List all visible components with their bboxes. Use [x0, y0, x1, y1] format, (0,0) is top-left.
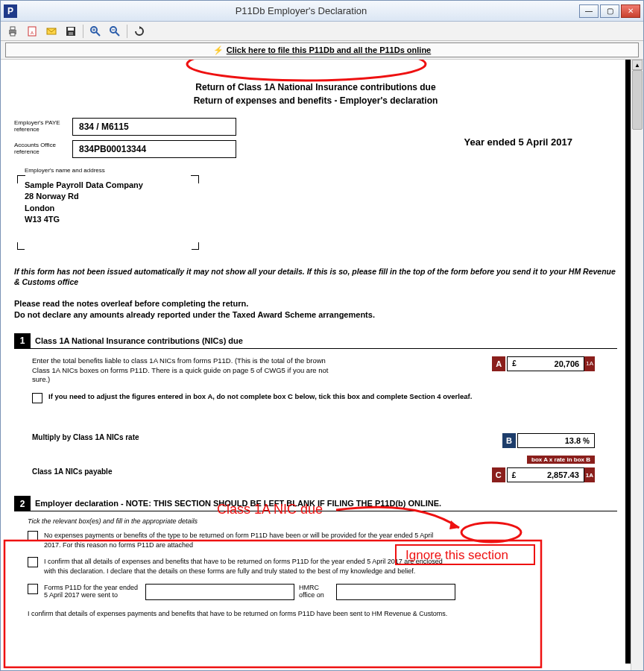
toolbar: A — [1, 22, 643, 41]
employer-label: Employer's name and address — [25, 167, 617, 174]
section-1-title: Class 1A National Insurance contribution… — [31, 333, 617, 349]
adjust-text: If you need to adjust the figures entere… — [48, 392, 472, 403]
restore-button[interactable]: ▢ — [600, 4, 619, 18]
s1-payable-text: Class 1A NICs payable — [32, 467, 112, 476]
header-line1: Return of Class 1A National Insurance co… — [14, 81, 617, 94]
employer-name: Sample Payroll Data Company — [25, 180, 192, 191]
window: P P11Db Employer's Declaration — ▢ ✕ A ⚡… — [0, 0, 644, 671]
scroll-up-arrow[interactable]: ▲ — [632, 60, 643, 70]
svg-line-14 — [116, 32, 119, 36]
dec3-label-b: HMRC office on — [299, 584, 332, 600]
employer-postcode: W13 4TG — [25, 214, 192, 225]
s1-multiply-text: Multiply by Class 1A NICs rate — [32, 433, 139, 441]
dec3-checkbox[interactable] — [28, 584, 38, 594]
svg-text:A: A — [31, 31, 34, 35]
app-icon: P — [4, 4, 17, 18]
doc-header: Return of Class 1A National Insurance co… — [14, 81, 617, 107]
section-2-head: 2 Employer declaration - NOTE: THIS SECT… — [14, 496, 617, 511]
svg-rect-7 — [68, 28, 74, 31]
page-area: Return of Class 1A National Insurance co… — [1, 60, 631, 670]
close-button[interactable]: ✕ — [621, 4, 640, 18]
adjust-checkbox[interactable] — [32, 393, 42, 403]
ao-ref-label: Accounts Office reference — [14, 142, 72, 156]
file-online-button[interactable]: ⚡ Click here to file this P11Db and all … — [5, 42, 639, 57]
year-end: Year ended 5 April 2017 — [464, 136, 572, 148]
box-c-label: C — [492, 467, 505, 482]
read-notes: Please read the notes overleaf before co… — [14, 298, 617, 321]
box-c-field: £2,857.43 — [507, 467, 584, 482]
dec1-checkbox[interactable] — [28, 531, 38, 541]
file-bar-row: ⚡ Click here to file this P11Db and all … — [1, 41, 643, 59]
dec2-checkbox[interactable] — [28, 557, 38, 567]
file-online-label: Click here to file this P11Db and all th… — [227, 45, 431, 54]
box-a-field: £20,706 — [507, 356, 584, 371]
dec1-text: No expenses payments or benefits of the … — [44, 531, 446, 549]
file-bar-highlight — [187, 60, 426, 81]
vertical-scrollbar[interactable]: ▲ — [631, 60, 643, 670]
employer-addr1: 28 Norway Rd — [25, 191, 192, 202]
section-1-body: Enter the total benefits liable to class… — [14, 349, 617, 488]
refresh-icon[interactable] — [132, 24, 147, 39]
svg-line-10 — [96, 32, 100, 36]
auto-issue-note: If this form has not been issued automat… — [14, 266, 617, 288]
section-2-title: Employer declaration - NOTE: THIS SECTIO… — [31, 496, 617, 511]
paye-ref-value: 834 / M6115 — [72, 118, 236, 136]
box-a-label: A — [492, 356, 505, 371]
ao-ref-value: 834PB00013344 — [72, 140, 236, 158]
dec3-sent-to-input[interactable] — [145, 584, 294, 600]
dec3-label-a: Forms P11D for the year ended 5 April 20… — [44, 584, 141, 600]
scroll-thumb[interactable] — [632, 70, 643, 130]
section-2-body: Tick the relevant box(es) and fill in th… — [14, 511, 617, 624]
s2-confirm-text: I confirm that details of expenses payme… — [28, 609, 611, 618]
s1-enter-text: Enter the total benefits liable to class… — [32, 356, 345, 385]
dec3-office-on-input[interactable] — [336, 584, 455, 600]
window-title: P11Db Employer's Declaration — [23, 5, 579, 16]
box-c: C £2,857.43 1A — [492, 467, 595, 482]
titlebar: P P11Db Employer's Declaration — ▢ ✕ — [1, 1, 643, 22]
mail-icon[interactable] — [44, 24, 59, 39]
save-icon[interactable] — [63, 24, 78, 39]
print-icon[interactable] — [5, 24, 20, 39]
box-b-field: 13.8% — [517, 433, 595, 448]
svg-rect-1 — [10, 27, 15, 30]
section-2-number: 2 — [14, 496, 31, 511]
document: Return of Class 1A National Insurance co… — [14, 81, 617, 624]
section-1-head: 1 Class 1A National Insurance contributi… — [14, 333, 617, 349]
box-a: A £20,706 1A — [492, 356, 595, 371]
bolt-icon: ⚡ — [213, 45, 224, 55]
viewport: Return of Class 1A National Insurance co… — [1, 59, 643, 670]
employer-city: London — [25, 203, 192, 214]
pdf-icon[interactable]: A — [25, 24, 40, 39]
svg-rect-8 — [69, 32, 73, 35]
employer-address: Sample Payroll Data Company 28 Norway Rd… — [19, 177, 198, 229]
paye-ref-label: Employer's PAYE reference — [14, 120, 72, 133]
page-edge — [625, 60, 631, 664]
zoom-in-icon[interactable] — [88, 24, 103, 39]
minimize-button[interactable]: — — [579, 4, 599, 18]
box-b: B 13.8% — [502, 433, 595, 448]
window-buttons: — ▢ ✕ — [579, 4, 640, 18]
zoom-out-icon[interactable] — [107, 24, 122, 39]
dec2-text: I confirm that all details of expenses a… — [44, 557, 446, 576]
box-c-note: box A x rate in box B — [527, 456, 595, 464]
s2-tick-label: Tick the relevant box(es) and fill in th… — [28, 517, 611, 525]
box-c-suffix: 1A — [584, 467, 595, 482]
section-1-number: 1 — [14, 333, 31, 349]
header-line2: Return of expenses and benefits - Employ… — [14, 94, 617, 107]
box-b-label: B — [502, 433, 516, 448]
svg-rect-2 — [10, 33, 15, 36]
box-a-suffix: 1A — [584, 356, 595, 371]
